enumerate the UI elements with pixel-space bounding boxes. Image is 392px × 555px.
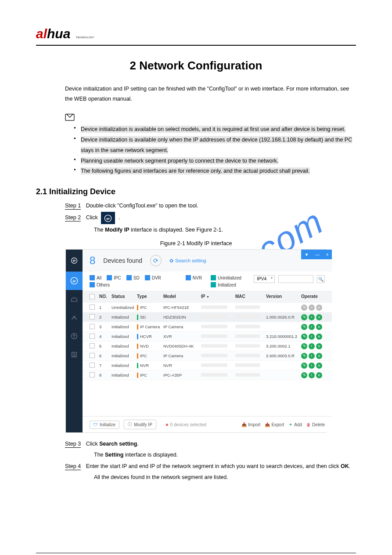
row-checkbox[interactable] bbox=[90, 305, 95, 310]
filter-nvr[interactable]: NVR bbox=[186, 275, 202, 280]
info-icon[interactable]: i bbox=[309, 363, 315, 369]
filter-others[interactable]: Others bbox=[90, 282, 110, 287]
table-header: NO. Status Type Model IP ▼ MAC Version O… bbox=[83, 291, 332, 303]
info-icon[interactable]: i bbox=[309, 334, 315, 340]
logo-a: a bbox=[36, 26, 43, 41]
row-checkbox[interactable] bbox=[90, 334, 95, 339]
help-icon[interactable]: ▼ bbox=[304, 252, 309, 257]
col-ip[interactable]: IP ▼ bbox=[201, 294, 235, 300]
web-icon[interactable]: e bbox=[316, 314, 322, 320]
info-icon[interactable]: i bbox=[309, 343, 315, 349]
note-item: Planning useable network segment properl… bbox=[74, 156, 356, 167]
info-icon[interactable]: i bbox=[309, 372, 315, 378]
figure-caption: Figure 2-1 Modify IP interface bbox=[36, 240, 356, 247]
search-input[interactable] bbox=[278, 275, 313, 283]
edit-icon[interactable]: ✎ bbox=[301, 305, 307, 311]
filter-ipc[interactable]: IPC bbox=[107, 275, 121, 280]
edit-icon[interactable]: ✎ bbox=[301, 334, 307, 340]
window-controls: ▼ — × bbox=[301, 250, 332, 259]
initialize-button[interactable]: 🛡 Initialize bbox=[90, 421, 119, 429]
export-link[interactable]: 📤Export bbox=[265, 422, 284, 427]
search-setting-link[interactable]: ✿ Search setting bbox=[169, 258, 206, 264]
table-row[interactable]: 8InitializedIPCIPC-A35P✎ie bbox=[83, 370, 332, 380]
filter-dvr[interactable]: DVR bbox=[145, 275, 161, 280]
table-row[interactable]: 4InitializedHCVRXVR3.218.0000001.2✎ie bbox=[83, 332, 332, 341]
row-checkbox[interactable] bbox=[90, 353, 95, 358]
screenshot-footer: 🛡 Initialize ⓘ Modify IP ★ 0 devices sel… bbox=[83, 416, 332, 432]
ip-small-icon: ⓘ bbox=[128, 421, 132, 428]
col-model: Model bbox=[163, 294, 201, 300]
delete-link[interactable]: 🗑Delete bbox=[306, 422, 325, 427]
col-version: Version bbox=[266, 294, 301, 300]
svg-text:IP: IP bbox=[106, 217, 110, 221]
select-all-checkbox[interactable] bbox=[90, 294, 95, 299]
filter-sd[interactable]: SD bbox=[126, 275, 140, 280]
web-icon[interactable]: e bbox=[316, 334, 322, 340]
step-2: Step 2 Click IP . bbox=[65, 212, 356, 224]
plus-icon: ＋ bbox=[288, 421, 293, 428]
row-checkbox[interactable] bbox=[90, 314, 95, 319]
info-icon[interactable]: i bbox=[309, 353, 315, 359]
table-row[interactable]: 1UninitializedIPCIPC-HF5421E✎ie bbox=[83, 303, 332, 312]
selected-count: ★ 0 devices selected bbox=[165, 422, 206, 427]
filter-all[interactable]: All bbox=[90, 275, 101, 280]
edit-icon[interactable]: ✎ bbox=[301, 314, 307, 320]
row-checkbox[interactable] bbox=[90, 372, 95, 377]
trash-icon: 🗑 bbox=[306, 422, 311, 427]
col-type: Type bbox=[137, 294, 163, 300]
table-row[interactable]: 7InitializedNVRNVR✎ie bbox=[83, 361, 332, 370]
nav-upgrade-icon[interactable] bbox=[66, 327, 83, 345]
nav-list-icon[interactable] bbox=[66, 345, 83, 364]
note-item: The following figures and interfaces are… bbox=[74, 166, 356, 177]
row-checkbox[interactable] bbox=[90, 343, 95, 348]
add-link[interactable]: ＋Add bbox=[288, 421, 302, 428]
col-mac: MAC bbox=[235, 294, 266, 300]
web-icon[interactable]: e bbox=[316, 372, 322, 378]
step-1: Step 1 Double-click "ConfigTool.exe" to … bbox=[65, 201, 356, 211]
nav-modify-ip[interactable]: IP bbox=[66, 272, 83, 290]
row-checkbox[interactable] bbox=[90, 324, 95, 329]
ip-icon: IP bbox=[101, 212, 115, 224]
web-icon[interactable]: e bbox=[316, 305, 322, 311]
step-2-result: The Modify IP interface is displayed. Se… bbox=[94, 225, 356, 235]
table-row[interactable]: 5InitializedNVDNVD0405DH-4K3.200.0002.1✎… bbox=[83, 341, 332, 351]
step-3-result: The Setting interface is displayed. bbox=[94, 450, 356, 460]
edit-icon[interactable]: ✎ bbox=[301, 324, 307, 330]
web-icon[interactable]: e bbox=[316, 363, 322, 369]
note-item: Device initialization is available on se… bbox=[74, 124, 356, 135]
table-row[interactable]: 3InitializedIP CameraIP Camera✎ie bbox=[83, 322, 332, 332]
info-icon[interactable]: i bbox=[309, 305, 315, 311]
edit-icon[interactable]: ✎ bbox=[301, 363, 307, 369]
close-icon[interactable]: × bbox=[326, 252, 329, 257]
edit-icon[interactable]: ✎ bbox=[301, 353, 307, 359]
modify-ip-button[interactable]: ⓘ Modify IP bbox=[124, 420, 156, 429]
note-item: Device initialization is available only … bbox=[74, 135, 356, 156]
minimize-icon[interactable]: — bbox=[315, 252, 320, 257]
table-row[interactable]: 2InitializedSDHDZ302DIN1.000.0026.0.R✎ie bbox=[83, 312, 332, 322]
row-checkbox[interactable] bbox=[90, 363, 95, 368]
web-icon[interactable]: e bbox=[316, 324, 322, 330]
col-status: Status bbox=[111, 294, 137, 300]
edit-icon[interactable]: ✎ bbox=[301, 343, 307, 349]
import-link[interactable]: 📥Import bbox=[241, 422, 260, 427]
web-icon[interactable]: e bbox=[316, 353, 322, 359]
nav-device-icon[interactable] bbox=[66, 290, 83, 308]
nav-tools-icon[interactable] bbox=[66, 308, 83, 327]
sidebar-logo-icon: IP bbox=[71, 250, 78, 272]
filter-initialized[interactable]: Initialized bbox=[211, 282, 241, 287]
filter-uninitialized[interactable]: Uninitialized bbox=[211, 275, 241, 280]
search-icon[interactable]: 🔍 bbox=[317, 275, 325, 283]
table-row[interactable]: 6InitializedIPCIP Camera2.600.0003.0.R✎i… bbox=[83, 351, 332, 361]
footer-rule bbox=[36, 553, 356, 553]
info-icon[interactable]: i bbox=[309, 324, 315, 330]
header-rule bbox=[36, 45, 356, 46]
info-icon[interactable]: i bbox=[309, 314, 315, 320]
intro-paragraph: Device initialization and IP setting can… bbox=[65, 84, 356, 104]
brand-logo: alhua TECHNOLOGY bbox=[36, 26, 356, 41]
ip-version-select[interactable]: IPV4 bbox=[254, 275, 275, 283]
svg-text:IP: IP bbox=[73, 259, 76, 262]
web-icon[interactable]: e bbox=[316, 343, 322, 349]
refresh-button[interactable]: ⟳ bbox=[150, 255, 162, 266]
edit-icon[interactable]: ✎ bbox=[301, 372, 307, 378]
configtool-screenshot: IP IP 8 bbox=[65, 249, 327, 433]
